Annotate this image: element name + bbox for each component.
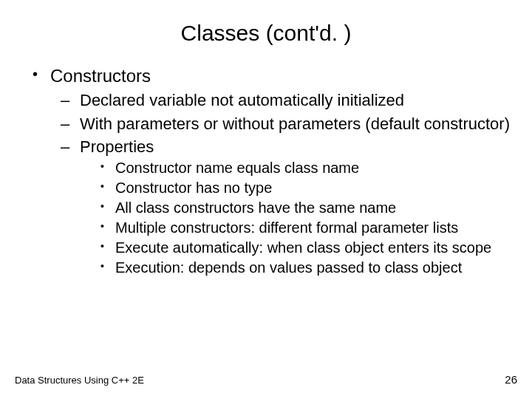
page-number: 26 bbox=[505, 373, 517, 386]
list-item: Execute automatically: when class object… bbox=[15, 239, 517, 257]
list-item: Constructor has no type bbox=[15, 179, 517, 197]
list-item: Constructors bbox=[15, 65, 517, 87]
list-item: Multiple constructors: different formal … bbox=[15, 219, 517, 237]
slide-title: Classes (cont'd. ) bbox=[0, 0, 532, 53]
list-item: Constructor name equals class name bbox=[15, 159, 517, 177]
bullet-list: Constructors Declared variable not autom… bbox=[15, 65, 517, 277]
list-item: Declared variable not automatically init… bbox=[15, 90, 517, 111]
slide-body: Constructors Declared variable not autom… bbox=[0, 53, 532, 277]
slide: Classes (cont'd. ) Constructors Declared… bbox=[0, 0, 532, 399]
list-item: All class constructors have the same nam… bbox=[15, 199, 517, 217]
list-item: With parameters or without parameters (d… bbox=[15, 114, 517, 134]
list-item: Properties bbox=[15, 137, 517, 157]
footer-source: Data Structures Using C++ 2E bbox=[15, 375, 144, 386]
list-item: Execution: depends on values passed to c… bbox=[15, 259, 517, 277]
